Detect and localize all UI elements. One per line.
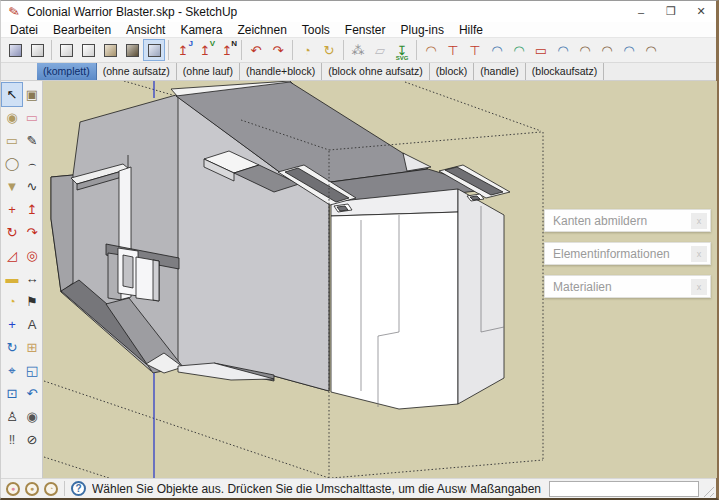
follow-me-tool[interactable]: ↷ [22, 221, 42, 244]
make-component-tool[interactable]: ▣ [22, 83, 42, 106]
model-block-front [331, 212, 458, 409]
paint-bucket-tool[interactable]: ◉ [2, 106, 22, 129]
menu-kamera[interactable]: Kamera [180, 23, 222, 37]
loft-shell-icon[interactable]: ◠ [486, 39, 508, 61]
status-person-icon[interactable]: ● [25, 482, 39, 496]
look-around-tool[interactable]: ◉ [22, 405, 42, 428]
loft-pick-icon[interactable]: ◠ [618, 39, 640, 61]
scene-tab-blockaufsatz[interactable]: (blockaufsatz) [526, 63, 604, 80]
orbit-tool[interactable]: ↻ [2, 336, 22, 359]
pan-tool[interactable]: ⊞ [22, 336, 42, 359]
offset-tool[interactable]: ◎ [22, 244, 42, 267]
section-plane-tool[interactable]: ⊘ [22, 428, 42, 451]
menu-zeichnen[interactable]: Zeichnen [237, 23, 286, 37]
menu-bearbeiten[interactable]: Bearbeiten [53, 23, 111, 37]
loft-grid-icon-glyph: ◠ [579, 44, 590, 57]
panel-materialien[interactable]: Materialienx [544, 275, 711, 298]
scene-tab-ohne-aufsatz[interactable]: (ohne aufsatz) [97, 63, 177, 80]
circle-tool[interactable]: ◯ [2, 152, 22, 175]
push-pull-undo-icon[interactable]: ↶ [245, 39, 267, 61]
tape-rotate-icon[interactable]: ↻ [318, 39, 340, 61]
scene-tab-handle-block[interactable]: (handle+block) [240, 63, 322, 80]
zoom-extents-tool[interactable]: ⊡ [2, 382, 22, 405]
scene-tab-komplett[interactable]: (komplett) [37, 63, 97, 80]
svg-export-icon[interactable]: ↧SVG [391, 39, 413, 61]
menu-tools[interactable]: Tools [302, 23, 330, 37]
title-bar[interactable]: ✎ Colonial Warrior Blaster.skp - SketchU… [1, 1, 716, 22]
minimize-button[interactable]: – [626, 1, 656, 22]
panel-kanten-abmildern[interactable]: Kanten abmildernx [544, 209, 711, 232]
walk-tool[interactable]: ‼ [2, 428, 22, 451]
tube-tee-box-icon[interactable]: ⊤ [464, 39, 486, 61]
maximize-button[interactable]: ❒ [656, 1, 686, 22]
dimension-tool[interactable]: ↔ [22, 267, 42, 290]
menu-plug-ins[interactable]: Plug-ins [401, 23, 444, 37]
scene-tab-block[interactable]: (block) [430, 63, 475, 80]
help-icon[interactable]: ? [71, 481, 86, 496]
back-edges-style-icon[interactable] [26, 39, 48, 61]
wireframe-style-icon[interactable] [55, 39, 77, 61]
panel-elementinformationen[interactable]: Elementinformationenx [544, 242, 711, 265]
monochrome-style-icon[interactable] [143, 39, 165, 61]
loft-grid-2-icon[interactable]: ◠ [596, 39, 618, 61]
frame-profile-icon[interactable]: ▭ [530, 39, 552, 61]
position-camera-tool[interactable]: ♙ [2, 405, 22, 428]
zoom-previous-tool[interactable]: ↶ [22, 382, 42, 405]
menu-fenster[interactable]: Fenster [345, 23, 386, 37]
text-tool[interactable]: ⚑ [22, 290, 42, 313]
textured-style-icon[interactable] [121, 39, 143, 61]
panel-elementinformationen-close-icon[interactable]: x [691, 246, 707, 262]
push-pull-redo-icon[interactable]: ↷ [267, 39, 289, 61]
rainbow-loft-icon[interactable]: ◠ [508, 39, 530, 61]
rocks-icon[interactable]: ⁂ [347, 39, 369, 61]
scene-tab-block-ohne-aufsatz[interactable]: (block ohne aufsatz) [322, 63, 430, 80]
close-button[interactable]: ✕ [686, 1, 716, 22]
3d-text-tool[interactable]: A [22, 313, 42, 336]
menu-ansicht[interactable]: Ansicht [126, 23, 165, 37]
scene-tab-handle[interactable]: (handle) [474, 63, 526, 80]
loft-fan-icon[interactable]: ◠ [552, 39, 574, 61]
tape-measure-tool[interactable]: ▬ [2, 267, 22, 290]
panel-kanten-abmildern-close-icon[interactable]: x [691, 213, 707, 229]
xray-style-icon[interactable] [4, 39, 26, 61]
loft-grid-icon[interactable]: ◠ [574, 39, 596, 61]
arc-tool[interactable]: ⌢ [22, 152, 42, 175]
select-tool[interactable]: ↖ [2, 83, 22, 106]
status-claim-icon[interactable]: ◔ [44, 482, 58, 496]
polygon-tool[interactable]: ▼ [2, 175, 22, 198]
scene-tab-ohne-lauf[interactable]: (ohne lauf) [177, 63, 240, 80]
move-tool[interactable]: + [2, 198, 22, 221]
line-tool[interactable]: ✎ [22, 129, 42, 152]
normal-push-pull-icon[interactable]: ↥N [216, 39, 238, 61]
tube-tee-icon[interactable]: ⊤ [442, 39, 464, 61]
rotate-tool[interactable]: ↻ [2, 221, 22, 244]
toolbar-separator [51, 40, 52, 60]
toolbar-separator [416, 40, 417, 60]
freehand-tool[interactable]: ∿ [22, 175, 42, 198]
protractor-tool[interactable]: ◔ [2, 290, 22, 313]
eraser-tool[interactable]: ▭ [22, 106, 42, 129]
toolbar-group: ↶↷ [245, 39, 289, 61]
surface-from-curves-icon[interactable]: ◠ [420, 39, 442, 61]
zoom-tool[interactable]: ⌖ [2, 359, 22, 382]
angle-dial-icon[interactable]: ◔ [296, 39, 318, 61]
panel-materialien-close-icon[interactable]: x [691, 279, 707, 295]
vector-push-pull-icon[interactable]: ↥V [194, 39, 216, 61]
zoom-window-tool[interactable]: ◱ [22, 359, 42, 382]
menu-hilfe[interactable]: Hilfe [459, 23, 483, 37]
push-pull-tool[interactable]: ↥ [22, 198, 42, 221]
status-geo-icon[interactable]: ● [6, 482, 20, 496]
joint-push-pull-icon[interactable]: ↥J [172, 39, 194, 61]
axes-tool[interactable]: + [2, 313, 22, 336]
menu-datei[interactable]: Datei [10, 23, 38, 37]
loft-sketch-icon[interactable]: ◠ [640, 39, 662, 61]
measurement-input[interactable] [549, 481, 699, 497]
shaded-style-icon[interactable] [99, 39, 121, 61]
soften-edges-icon[interactable]: ▱ [369, 39, 391, 61]
rectangle-tool[interactable]: ▭ [2, 129, 22, 152]
resize-grip[interactable] [701, 484, 714, 497]
hidden-line-style-icon[interactable] [77, 39, 99, 61]
zoom-previous-tool-icon: ↶ [27, 387, 38, 400]
loft-fan-icon-glyph: ◠ [557, 44, 568, 57]
scale-tool[interactable]: ◿ [2, 244, 22, 267]
